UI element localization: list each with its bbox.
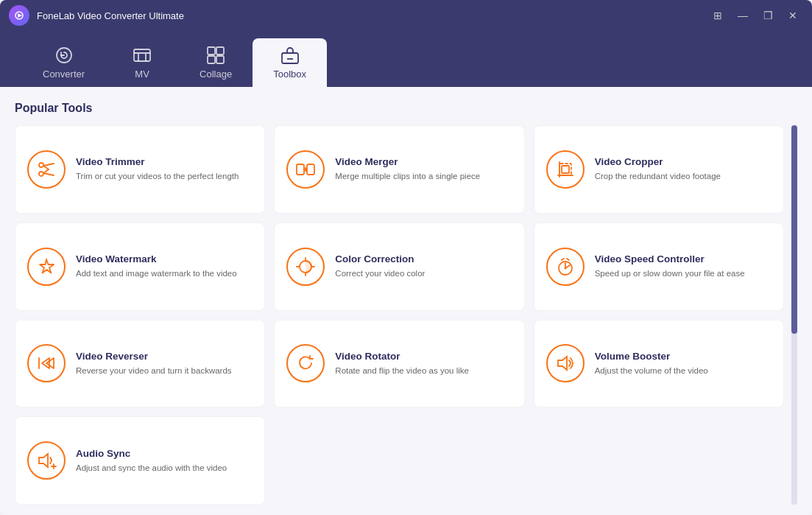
video-watermark-desc: Add text and image watermark to the vide… — [76, 267, 253, 279]
svg-rect-4 — [208, 47, 215, 55]
video-watermark-icon-wrap — [27, 248, 66, 286]
color-correction-icon-wrap — [286, 248, 325, 286]
app-logo — [9, 5, 29, 26]
video-speed-controller-info: Video Speed Controller Speed up or slow … — [595, 253, 772, 279]
svg-rect-5 — [216, 47, 224, 55]
app-title: FoneLab Video Converter Ultimate — [37, 10, 707, 21]
video-reverser-icon-wrap — [27, 344, 66, 382]
video-merger-desc: Merge multiple clips into a single piece — [335, 170, 512, 182]
video-watermark-name: Video Watermark — [76, 253, 253, 264]
tab-toolbox[interactable]: Toolbox — [253, 38, 327, 87]
volume-booster-name: Volume Booster — [595, 351, 772, 362]
tool-card-volume-booster[interactable]: Volume Booster Adjust the volume of the … — [534, 320, 784, 408]
video-merger-info: Video Merger Merge multiple clips into a… — [335, 156, 512, 182]
window-controls: ⊞ — ❒ ✕ — [707, 5, 803, 26]
svg-line-13 — [43, 173, 54, 175]
tool-card-video-speed-controller[interactable]: Video Speed Controller Speed up or slow … — [534, 223, 784, 311]
svg-rect-19 — [562, 166, 569, 173]
tool-card-empty-2 — [534, 416, 784, 505]
svg-point-11 — [39, 172, 43, 176]
svg-marker-31 — [39, 454, 48, 467]
nav-tabs: Converter MV Collage — [0, 31, 812, 87]
scrollbar-thumb[interactable] — [791, 125, 797, 334]
svg-line-14 — [43, 166, 49, 169]
audio-sync-name: Audio Sync — [76, 448, 253, 459]
close-button[interactable]: ✕ — [783, 5, 803, 26]
video-reverser-info: Video Reverser Reverse your video and tu… — [76, 351, 253, 376]
tool-card-video-trimmer[interactable]: Video Trimmer Trim or cut your videos to… — [15, 125, 265, 214]
tool-card-audio-sync[interactable]: Audio Sync Adjust and sync the audio wit… — [15, 416, 265, 505]
svg-point-28 — [564, 267, 566, 269]
audio-sync-icon-wrap — [27, 441, 66, 480]
video-trimmer-icon-wrap — [27, 150, 66, 189]
video-rotator-info: Video Rotator Rotate and flip the video … — [335, 351, 512, 376]
video-cropper-desc: Crop the redundant video footage — [595, 170, 772, 182]
video-rotator-icon-wrap — [286, 344, 325, 382]
tool-card-video-rotator[interactable]: Video Rotator Rotate and flip the video … — [274, 320, 524, 408]
scrollbar-track[interactable] — [791, 125, 797, 505]
video-trimmer-name: Video Trimmer — [76, 156, 253, 167]
audio-sync-info: Audio Sync Adjust and sync the audio wit… — [76, 448, 253, 474]
tool-card-video-watermark[interactable]: Video Watermark Add text and image water… — [15, 223, 265, 311]
tool-card-color-correction[interactable]: Color Correction Correct your video colo… — [274, 223, 524, 311]
tab-converter[interactable]: Converter — [22, 38, 105, 87]
video-reverser-name: Video Reverser — [76, 351, 253, 362]
svg-marker-1 — [18, 13, 22, 18]
tools-grid: Video Trimmer Trim or cut your videos to… — [15, 125, 788, 505]
title-bar: FoneLab Video Converter Ultimate ⊞ — ❒ ✕ — [0, 0, 812, 31]
tab-mv[interactable]: MV — [105, 38, 179, 87]
video-watermark-info: Video Watermark Add text and image water… — [76, 253, 253, 279]
video-cropper-info: Video Cropper Crop the redundant video f… — [595, 156, 772, 182]
svg-line-12 — [43, 164, 54, 166]
video-speed-controller-desc: Speed up or slow down your file at ease — [595, 267, 772, 279]
video-reverser-desc: Reverse your video and turn it backwards — [76, 365, 253, 376]
color-correction-name: Color Correction — [335, 253, 512, 264]
video-merger-name: Video Merger — [335, 156, 512, 167]
color-correction-info: Color Correction Correct your video colo… — [335, 253, 512, 279]
caption-button[interactable]: ⊞ — [707, 5, 728, 26]
video-cropper-icon-wrap — [546, 150, 585, 189]
video-trimmer-desc: Trim or cut your videos to the perfect l… — [76, 170, 253, 182]
tool-card-video-cropper[interactable]: Video Cropper Crop the redundant video f… — [534, 125, 784, 214]
content-area: Popular Tools — [0, 87, 812, 515]
volume-booster-icon-wrap — [546, 344, 585, 382]
tool-card-video-merger[interactable]: Video Merger Merge multiple clips into a… — [274, 125, 524, 214]
app-window: FoneLab Video Converter Ultimate ⊞ — ❒ ✕… — [0, 0, 812, 515]
tools-grid-wrapper: Video Trimmer Trim or cut your videos to… — [15, 125, 797, 505]
svg-marker-30 — [558, 357, 567, 370]
svg-rect-6 — [208, 56, 215, 63]
video-rotator-desc: Rotate and flip the video as you like — [335, 365, 512, 376]
color-correction-desc: Correct your video color — [335, 267, 512, 279]
svg-rect-7 — [216, 56, 224, 63]
minimize-button[interactable]: — — [732, 5, 753, 26]
svg-point-10 — [39, 163, 43, 167]
svg-rect-8 — [282, 53, 298, 63]
volume-booster-info: Volume Booster Adjust the volume of the … — [595, 351, 772, 376]
restore-button[interactable]: ❒ — [758, 5, 778, 26]
svg-rect-16 — [297, 164, 304, 175]
tool-card-empty-1 — [274, 416, 524, 505]
video-trimmer-info: Video Trimmer Trim or cut your videos to… — [76, 156, 253, 182]
svg-rect-3 — [134, 49, 150, 61]
svg-line-15 — [43, 169, 49, 173]
video-rotator-name: Video Rotator — [335, 351, 512, 362]
audio-sync-desc: Adjust and sync the audio with the video — [76, 462, 253, 474]
video-speed-controller-icon-wrap — [546, 248, 585, 286]
tool-card-video-reverser[interactable]: Video Reverser Reverse your video and tu… — [15, 320, 265, 408]
svg-rect-17 — [307, 164, 314, 175]
video-speed-controller-name: Video Speed Controller — [595, 253, 772, 264]
volume-booster-desc: Adjust the volume of the video — [595, 365, 772, 376]
video-cropper-name: Video Cropper — [595, 156, 772, 167]
tab-collage[interactable]: Collage — [179, 38, 253, 87]
section-title: Popular Tools — [15, 102, 797, 115]
video-merger-icon-wrap — [286, 150, 325, 189]
